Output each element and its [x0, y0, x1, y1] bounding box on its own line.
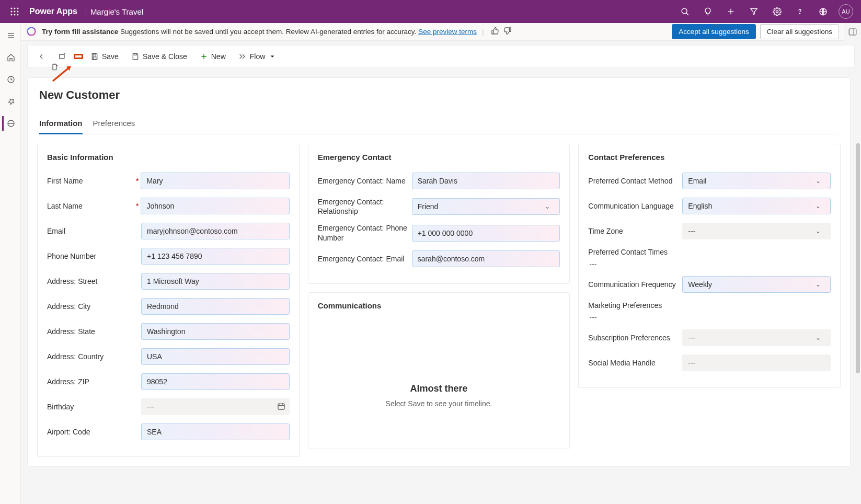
svg-rect-25 — [60, 54, 64, 59]
field-label: Subscription Preferences — [588, 333, 682, 342]
smart-paste-button[interactable] — [74, 54, 83, 59]
language-select[interactable]: English⌄ — [682, 198, 831, 214]
timezone-select[interactable]: ---⌄ — [682, 223, 831, 239]
frequency-select[interactable]: Weekly⌄ — [682, 276, 831, 293]
lightbulb-icon[interactable] — [697, 0, 719, 23]
emergency-name-input[interactable] — [412, 173, 560, 189]
field-label: Emergency Contact: Name — [318, 176, 412, 186]
marketing-prefs-value[interactable]: --- — [588, 313, 596, 322]
chevron-down-icon: ⌄ — [541, 203, 554, 210]
save-button[interactable]: Save — [85, 49, 124, 64]
field-label: Airport: Code — [47, 427, 141, 437]
filter-icon[interactable] — [743, 0, 765, 23]
user-avatar[interactable]: AU — [835, 0, 857, 23]
state-input[interactable] — [141, 323, 290, 340]
svg-point-8 — [17, 14, 19, 16]
section-title: Communications — [318, 301, 560, 310]
search-icon[interactable] — [674, 0, 696, 23]
field-label: Communication Language — [588, 201, 682, 211]
global-header: Power Apps Margie's Travel AU — [0, 0, 861, 23]
assistance-text: Try form fill assistance Suggestions wil… — [42, 28, 477, 36]
form-tabs: Information Preferences — [39, 114, 839, 134]
tab-information[interactable]: Information — [39, 114, 83, 134]
hamburger-icon[interactable] — [2, 28, 19, 43]
emergency-contact-section: Emergency Contact Emergency Contact: Nam… — [308, 144, 570, 284]
clear-all-suggestions-button[interactable]: Clear all suggestions — [760, 24, 839, 39]
thumbs-up-icon[interactable] — [491, 27, 499, 37]
pin-icon[interactable] — [2, 94, 19, 109]
svg-point-6 — [11, 14, 13, 16]
back-button[interactable] — [32, 49, 51, 64]
thumbs-down-icon[interactable] — [503, 27, 512, 37]
empty-state-text: Select Save to see your timeline. — [328, 399, 550, 408]
svg-rect-23 — [849, 29, 856, 35]
email-input[interactable] — [141, 223, 290, 239]
svg-point-3 — [11, 11, 13, 13]
site-map-rail — [0, 23, 21, 504]
scrollbar[interactable] — [855, 54, 860, 502]
scrollbar-thumb[interactable] — [856, 143, 860, 373]
emergency-relationship-select[interactable]: Friend⌄ — [412, 198, 560, 215]
open-in-new-window-button[interactable] — [53, 49, 72, 64]
environment-icon[interactable] — [812, 0, 834, 23]
social-handle-input[interactable] — [682, 354, 831, 371]
field-label: Address: ZIP — [47, 377, 141, 386]
flow-button[interactable]: Flow — [233, 49, 281, 64]
page-title: New Customer — [39, 88, 839, 102]
chevron-down-icon: ⌄ — [811, 281, 825, 288]
preferred-times-value[interactable]: --- — [588, 260, 596, 268]
field-label: Email — [47, 226, 141, 236]
svg-point-0 — [11, 8, 13, 9]
field-label: Preferred Contact Times — [588, 247, 671, 257]
svg-point-9 — [682, 8, 687, 14]
help-icon[interactable] — [789, 0, 811, 23]
copilot-panel-toggle-icon[interactable] — [844, 23, 861, 41]
field-label: Time Zone — [588, 226, 682, 236]
field-label: Phone Number — [47, 251, 141, 261]
field-label: Marketing Preferences — [588, 301, 665, 310]
last-name-input[interactable] — [141, 198, 289, 214]
birthday-input[interactable] — [141, 398, 290, 415]
empty-state-title: Almost there — [328, 383, 550, 394]
communications-section: Communications Almost there Select Save … — [308, 292, 570, 449]
chevron-down-icon: ⌄ — [811, 227, 825, 235]
gear-icon[interactable] — [766, 0, 788, 23]
zip-input[interactable] — [141, 373, 290, 390]
airport-code-input[interactable] — [141, 423, 290, 440]
field-label: Emergency Contact: Email — [318, 254, 412, 264]
field-label: Birthday — [47, 402, 141, 411]
save-and-close-button[interactable]: Save & Close — [126, 49, 192, 64]
tab-preferences[interactable]: Preferences — [93, 114, 135, 134]
recent-icon[interactable] — [2, 72, 19, 87]
calendar-icon[interactable] — [277, 402, 285, 412]
field-label: First Name — [47, 176, 141, 186]
svg-point-5 — [17, 11, 19, 13]
section-title: Emergency Contact — [318, 153, 560, 162]
emergency-phone-input[interactable] — [412, 225, 560, 242]
first-name-input[interactable] — [141, 173, 289, 189]
svg-line-10 — [686, 13, 688, 15]
app-name[interactable]: Margie's Travel — [90, 7, 143, 16]
add-icon[interactable] — [720, 0, 742, 23]
country-input[interactable] — [141, 348, 290, 365]
brand-label: Power Apps — [25, 7, 82, 16]
field-label: Preferred Contact Method — [588, 176, 682, 186]
home-icon[interactable] — [2, 50, 19, 65]
new-button[interactable]: New — [194, 49, 231, 64]
section-title: Basic Information — [47, 153, 290, 162]
accept-all-suggestions-button[interactable]: Accept all suggestions — [672, 24, 755, 39]
section-title: Contact Preferences — [588, 153, 831, 162]
entity-icon[interactable] — [2, 116, 19, 131]
preview-terms-link[interactable]: See preview terms — [418, 28, 477, 36]
emergency-email-input[interactable] — [412, 250, 560, 267]
svg-rect-29 — [93, 53, 96, 55]
contact-method-select[interactable]: Email⌄ — [682, 173, 831, 189]
divider — [86, 6, 86, 17]
city-input[interactable] — [141, 298, 290, 315]
form-fill-assistance-bar: Try form fill assistance Suggestions wil… — [21, 23, 844, 41]
app-launcher-icon[interactable] — [4, 7, 25, 16]
field-label: Address: Street — [47, 277, 141, 286]
phone-input[interactable] — [141, 248, 290, 265]
street-input[interactable] — [141, 273, 290, 290]
subscription-select[interactable]: ---⌄ — [682, 329, 831, 346]
